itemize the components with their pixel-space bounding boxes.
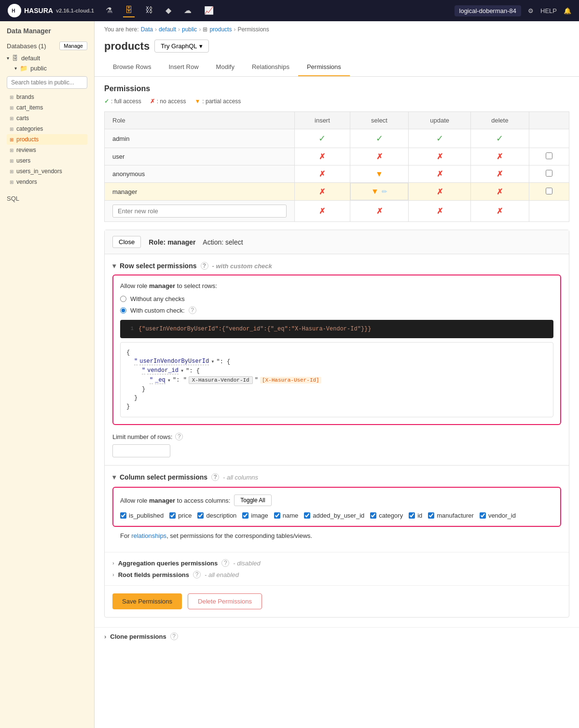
col-item-category[interactable]: category bbox=[370, 512, 403, 519]
sidebar-item-cart-items[interactable]: ⊞ cart_items bbox=[7, 102, 87, 113]
col-checkbox-price[interactable] bbox=[169, 512, 176, 519]
agg-expand-icon[interactable]: › bbox=[112, 560, 114, 566]
col-checkbox-added-by-user-id[interactable] bbox=[304, 512, 310, 519]
perm-update[interactable]: ✗ bbox=[409, 165, 471, 183]
radio-without-checks[interactable]: Without any checks bbox=[120, 295, 553, 302]
perm-update[interactable]: ✗ bbox=[409, 183, 471, 201]
breadcrumb-data[interactable]: Data bbox=[141, 26, 153, 33]
delete-permissions-button[interactable]: Delete Permissions bbox=[188, 593, 262, 609]
db-default[interactable]: ▾ 🗄 default bbox=[7, 53, 87, 63]
perm-checkbox-cell[interactable] bbox=[529, 165, 569, 183]
settings-icon[interactable]: ⚙ bbox=[528, 7, 534, 14]
tree-dropdown-icon-2[interactable]: ▾ bbox=[180, 367, 184, 374]
close-button[interactable]: Close bbox=[112, 236, 141, 248]
perm-insert[interactable]: ✗ bbox=[295, 148, 350, 165]
help-icon-custom[interactable]: ? bbox=[189, 306, 196, 314]
radio-with-custom[interactable]: With custom check: ? bbox=[120, 306, 553, 314]
help-icon[interactable]: ? bbox=[201, 262, 208, 270]
col-checkbox-manufacturer[interactable] bbox=[428, 512, 434, 519]
perm-insert[interactable]: ✗ bbox=[295, 183, 350, 201]
perm-delete[interactable]: ✓ bbox=[470, 129, 529, 148]
tab-relationships[interactable]: Relationships bbox=[243, 58, 298, 76]
tree-key-vendor-id[interactable]: vendor_id bbox=[147, 367, 179, 374]
perm-delete[interactable]: ✗ bbox=[470, 148, 529, 165]
col-help-icon[interactable]: ? bbox=[211, 473, 219, 481]
col-checkbox-id[interactable] bbox=[409, 512, 415, 519]
sidebar-item-vendors[interactable]: ⊞ vendors bbox=[7, 177, 87, 187]
root-help-icon[interactable]: ? bbox=[193, 571, 201, 578]
sidebar-item-reviews[interactable]: ⊞ reviews bbox=[7, 145, 87, 155]
col-item-manufacturer[interactable]: manufacturer bbox=[428, 512, 474, 519]
clone-help-icon[interactable]: ? bbox=[170, 632, 178, 640]
clone-expand-icon[interactable]: › bbox=[104, 633, 106, 640]
radio-without-checks-input[interactable] bbox=[120, 296, 126, 302]
col-item-vendor-id[interactable]: vendor_id bbox=[480, 512, 516, 519]
breadcrumb-public[interactable]: public bbox=[182, 26, 197, 33]
schema-public[interactable]: ▾ 📁 public bbox=[14, 63, 87, 73]
root-fields-row[interactable]: › Root fields permissions ? - all enable… bbox=[112, 569, 561, 580]
tab-browse-rows[interactable]: Browse Rows bbox=[104, 58, 160, 76]
perm-insert[interactable]: ✗ bbox=[295, 165, 350, 183]
notification-icon[interactable]: 🔔 bbox=[564, 7, 571, 14]
sidebar-item-categories[interactable]: ⊞ categories bbox=[7, 124, 87, 134]
perm-select[interactable]: ▼ bbox=[350, 165, 409, 183]
col-checkbox-name[interactable] bbox=[274, 512, 280, 519]
tree-key-1[interactable]: " bbox=[134, 358, 138, 365]
radio-with-custom-input[interactable] bbox=[120, 307, 126, 314]
tab-modify[interactable]: Modify bbox=[207, 58, 243, 76]
edit-icon[interactable]: ✏ bbox=[382, 188, 387, 195]
col-checkbox-category[interactable] bbox=[370, 512, 376, 519]
sidebar-item-brands[interactable]: ⊞ brands bbox=[7, 92, 87, 102]
root-expand-icon[interactable]: › bbox=[112, 572, 114, 577]
toggle-all-button[interactable]: Toggle All bbox=[234, 494, 271, 506]
tab-permissions[interactable]: Permissions bbox=[298, 58, 350, 76]
manage-button[interactable]: Manage bbox=[59, 41, 87, 50]
breadcrumb-products[interactable]: products bbox=[209, 26, 232, 33]
perm-insert[interactable]: ✓ bbox=[295, 129, 350, 148]
col-item-description[interactable]: description bbox=[197, 512, 236, 519]
help-label[interactable]: HELP bbox=[540, 7, 557, 14]
cloud-nav-icon[interactable]: ☁ bbox=[182, 4, 193, 17]
row-checkbox[interactable] bbox=[546, 188, 552, 194]
perm-select[interactable]: ▼ ✏ bbox=[350, 183, 409, 200]
perm-checkbox-cell[interactable] bbox=[529, 183, 569, 201]
perm-update[interactable]: ✓ bbox=[409, 129, 471, 148]
col-checkbox-description[interactable] bbox=[197, 512, 204, 519]
col-item-id[interactable]: id bbox=[409, 512, 422, 519]
col-item-image[interactable]: image bbox=[242, 512, 268, 519]
tree-key-eq[interactable]: _eq bbox=[155, 377, 165, 384]
sidebar-item-users-in-vendors[interactable]: ⊞ users_in_vendors bbox=[7, 166, 87, 177]
col-checkbox-is-published[interactable] bbox=[120, 512, 126, 519]
tree-key-user-in-vendor[interactable]: userInVendorByUserId bbox=[139, 358, 209, 365]
perm-update[interactable]: ✗ bbox=[409, 148, 471, 165]
perm-delete[interactable]: ✗ bbox=[470, 183, 529, 201]
tree-key-3[interactable]: " bbox=[150, 377, 153, 384]
try-graphql-button[interactable]: Try GraphQL ▾ bbox=[154, 40, 208, 53]
col-item-is-published[interactable]: is_published bbox=[120, 512, 164, 519]
tree-dropdown-icon-3[interactable]: ▾ bbox=[167, 377, 171, 384]
chart-nav-icon[interactable]: 📈 bbox=[202, 4, 216, 17]
breadcrumb-default[interactable]: default bbox=[159, 26, 176, 33]
sidebar-item-users[interactable]: ⊞ users bbox=[7, 155, 87, 166]
aggregation-row[interactable]: › Aggregation queries permissions ? - di… bbox=[112, 557, 561, 569]
col-collapse-icon[interactable]: ▾ bbox=[112, 473, 116, 481]
diamond-nav-icon[interactable]: ◆ bbox=[164, 4, 173, 17]
sidebar-item-carts[interactable]: ⊞ carts bbox=[7, 113, 87, 124]
save-permissions-button[interactable]: Save Permissions bbox=[112, 593, 182, 609]
col-item-name[interactable]: name bbox=[274, 512, 299, 519]
clone-row[interactable]: › Clone permissions ? bbox=[104, 632, 569, 640]
tree-dropdown-icon[interactable]: ▾ bbox=[211, 358, 214, 365]
limit-help-icon[interactable]: ? bbox=[175, 433, 183, 440]
sidebar-item-products[interactable]: ⊞ products bbox=[7, 134, 87, 145]
col-checkbox-image[interactable] bbox=[242, 512, 248, 519]
flask-icon[interactable]: ⚗ bbox=[104, 4, 114, 17]
col-item-price[interactable]: price bbox=[169, 512, 192, 519]
perm-checkbox-cell[interactable] bbox=[529, 148, 569, 165]
col-checkbox-vendor-id[interactable] bbox=[480, 512, 486, 519]
tree-key-2[interactable]: " bbox=[142, 367, 145, 374]
database-nav-icon[interactable]: 🗄 bbox=[123, 4, 135, 17]
graph-nav-icon[interactable]: ⛓ bbox=[143, 4, 155, 17]
collapse-icon[interactable]: ▾ bbox=[112, 262, 116, 270]
perm-select[interactable]: ✓ bbox=[350, 129, 409, 148]
tab-insert-row[interactable]: Insert Row bbox=[160, 58, 207, 76]
